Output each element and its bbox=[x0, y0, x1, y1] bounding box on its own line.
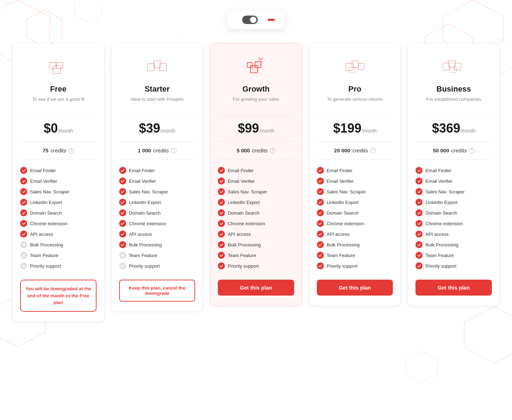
credits-label: credits bbox=[451, 147, 467, 153]
cta-button-starter[interactable]: Keep this plan, cancel the downgrade bbox=[119, 280, 196, 302]
plan-name-business: Business bbox=[415, 84, 492, 94]
x-icon bbox=[20, 252, 27, 259]
x-icon bbox=[20, 262, 27, 269]
plans-container: FreeTo see if we are a good fit$0/month7… bbox=[12, 43, 500, 322]
check-icon bbox=[218, 220, 225, 227]
feature-label: Sales Nav. Scraper bbox=[30, 189, 69, 194]
feature-label: Domain Search bbox=[228, 210, 260, 216]
feature-label: Email Finder bbox=[129, 168, 155, 173]
check-icon bbox=[20, 188, 27, 195]
credits-info-icon[interactable]: ? bbox=[270, 148, 275, 153]
plan-card-free: FreeTo see if we are a good fit$0/month7… bbox=[12, 43, 105, 322]
check-icon bbox=[415, 252, 423, 259]
plan-tagline-growth: For growing your sales bbox=[218, 97, 294, 108]
svg-line-46 bbox=[446, 61, 448, 63]
feature-item: Priority support bbox=[218, 261, 294, 271]
credits-info-icon[interactable]: ? bbox=[469, 148, 475, 153]
feature-item: Team Feature bbox=[218, 250, 294, 261]
plan-divider bbox=[218, 159, 294, 159]
feature-label: LinkedIn Export bbox=[228, 200, 260, 205]
check-icon bbox=[119, 188, 126, 195]
feature-label: Email Verifier bbox=[228, 179, 255, 184]
check-icon bbox=[20, 231, 27, 238]
feature-label: Priority support bbox=[327, 263, 357, 269]
check-icon bbox=[218, 199, 225, 206]
feature-item: Priority support bbox=[119, 261, 196, 271]
svg-point-32 bbox=[262, 58, 263, 59]
plan-divider bbox=[218, 141, 294, 142]
check-icon bbox=[317, 167, 324, 174]
check-icon bbox=[317, 252, 324, 259]
check-icon bbox=[20, 209, 27, 216]
plan-divider bbox=[317, 115, 393, 115]
plan-icon-starter bbox=[119, 54, 196, 79]
billing-toggle-switch[interactable] bbox=[242, 16, 258, 24]
check-icon bbox=[317, 188, 324, 195]
plan-tagline-starter: Ideal to start with Prospeo bbox=[119, 97, 196, 108]
credits-info-icon[interactable]: ? bbox=[370, 148, 376, 153]
feature-label: Priority support bbox=[425, 263, 456, 269]
features-list-growth: Email Finder Email Verifier Sales Nav. S… bbox=[218, 165, 294, 271]
feature-item: Domain Search bbox=[218, 208, 294, 218]
cta-button-pro[interactable]: Get this plan bbox=[317, 280, 393, 296]
feature-label: Domain Search bbox=[425, 210, 457, 216]
check-icon bbox=[20, 199, 27, 206]
price-amount: $199 bbox=[333, 121, 361, 135]
feature-item: Sales Nav. Scraper bbox=[20, 186, 97, 197]
cta-button-business[interactable]: Get this plan bbox=[415, 280, 492, 296]
feature-item: Email Finder bbox=[218, 165, 294, 176]
feature-item: Bulk Processing bbox=[317, 239, 393, 250]
feature-label: Sales Nav. Scraper bbox=[129, 189, 168, 194]
check-icon bbox=[317, 177, 324, 185]
plan-price-free: $0/month bbox=[20, 121, 97, 136]
check-icon bbox=[20, 177, 27, 185]
feature-label: LinkedIn Export bbox=[327, 200, 359, 205]
plan-name-pro: Pro bbox=[317, 84, 393, 94]
check-icon bbox=[218, 188, 225, 195]
plan-divider bbox=[415, 159, 492, 159]
feature-label: Sales Nav. Scraper bbox=[327, 189, 366, 194]
credits-label: credits bbox=[153, 147, 169, 153]
check-icon bbox=[119, 199, 126, 206]
check-icon bbox=[218, 231, 225, 238]
feature-item: Domain Search bbox=[415, 208, 492, 218]
feature-item: LinkedIn Export bbox=[119, 197, 196, 208]
cta-button-growth[interactable]: Get this plan bbox=[218, 280, 294, 296]
feature-label: Domain Search bbox=[129, 210, 161, 216]
page-wrapper: FreeTo see if we are a good fit$0/month7… bbox=[0, 0, 512, 343]
check-icon bbox=[317, 231, 324, 238]
feature-label: Chrome extension bbox=[425, 221, 463, 226]
price-period: /month bbox=[160, 128, 175, 134]
credits-number: 75 bbox=[42, 147, 48, 153]
check-icon bbox=[415, 262, 423, 269]
feature-label: API access bbox=[425, 232, 448, 237]
credits-info-icon[interactable]: ? bbox=[68, 148, 74, 153]
plan-credits-business: 50 000 credits ? bbox=[415, 147, 492, 153]
feature-item: Email Verifier bbox=[20, 176, 97, 186]
plan-icon-growth bbox=[218, 54, 294, 79]
svg-line-47 bbox=[455, 61, 458, 63]
feature-item: Sales Nav. Scraper bbox=[317, 186, 393, 197]
plan-tagline-free: To see if we are a good fit bbox=[20, 97, 97, 108]
credits-info-icon[interactable]: ? bbox=[171, 148, 176, 153]
feature-label: Chrome extension bbox=[228, 221, 265, 226]
plan-divider bbox=[119, 141, 196, 142]
price-period: /month bbox=[460, 128, 476, 134]
feature-item: LinkedIn Export bbox=[20, 197, 97, 208]
feature-item: Priority support bbox=[20, 261, 97, 271]
feature-item: Bulk Processing bbox=[20, 239, 97, 250]
check-icon bbox=[119, 209, 126, 216]
check-icon bbox=[317, 220, 324, 227]
feature-item: Chrome extension bbox=[218, 218, 294, 229]
plan-divider bbox=[218, 115, 294, 115]
feature-item: Priority support bbox=[317, 261, 393, 271]
feature-label: Bulk Processing bbox=[327, 242, 360, 247]
feature-label: Sales Nav. Scraper bbox=[228, 189, 267, 194]
svg-rect-40 bbox=[358, 63, 364, 70]
features-list-free: Email Finder Email Verifier Sales Nav. S… bbox=[20, 165, 97, 271]
check-icon bbox=[317, 199, 324, 206]
check-icon bbox=[119, 167, 126, 174]
feature-label: Email Verifier bbox=[129, 179, 156, 184]
feature-item: Email Verifier bbox=[415, 176, 492, 186]
feature-label: Email Finder bbox=[327, 168, 353, 173]
